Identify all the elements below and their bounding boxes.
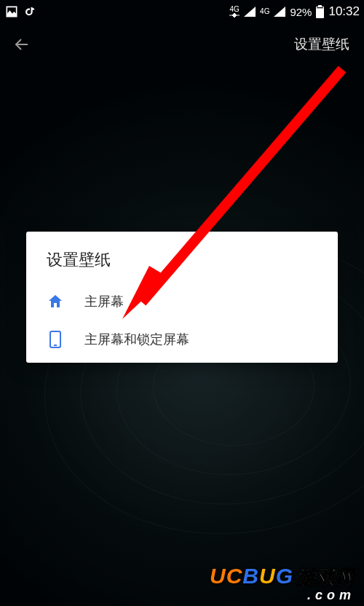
phone-icon	[47, 331, 64, 348]
dialog-title: 设置壁纸	[26, 232, 338, 283]
set-wallpaper-dialog: 设置壁纸 主屏幕 主屏幕和锁定屏幕	[26, 232, 338, 363]
clock: 10:32	[328, 4, 360, 19]
option-home-and-lock-screen[interactable]: 主屏幕和锁定屏幕	[26, 320, 338, 358]
set-wallpaper-action[interactable]: 设置壁纸	[294, 35, 349, 54]
network-4g-indicator: 4G	[229, 6, 240, 17]
home-icon	[47, 293, 64, 310]
status-bar: 4G 4G 92% 10:32	[0, 0, 364, 23]
battery-percent: 92%	[290, 6, 312, 18]
option-home-screen[interactable]: 主屏幕	[26, 283, 338, 320]
tiktok-app-icon	[23, 5, 36, 18]
signal-icon-1	[244, 7, 256, 17]
svg-rect-1	[318, 5, 322, 7]
back-button[interactable]	[7, 30, 36, 59]
network-4g-indicator-2: 4G	[260, 8, 269, 15]
svg-rect-0	[316, 7, 324, 18]
option-label: 主屏幕	[84, 293, 317, 310]
photos-app-icon	[4, 4, 19, 19]
option-label: 主屏幕和锁定屏幕	[84, 331, 317, 348]
signal-icon-2	[274, 7, 285, 17]
watermark-brand: UCBUG游戏网	[210, 565, 355, 587]
app-bar: 设置壁纸	[0, 23, 364, 66]
watermark-domain: .com	[210, 589, 355, 602]
svg-rect-2	[317, 7, 323, 8]
battery-icon	[316, 5, 324, 18]
watermark: UCBUG游戏网 .com	[210, 565, 355, 602]
